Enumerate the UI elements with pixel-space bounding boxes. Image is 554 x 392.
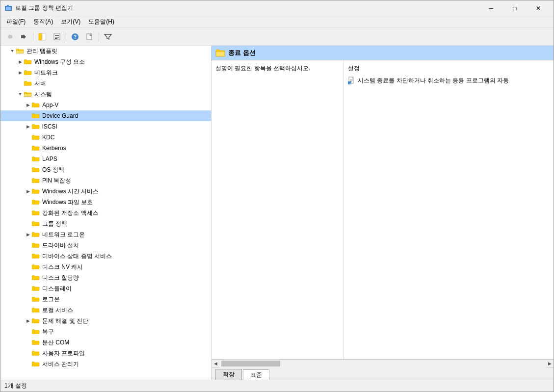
folder-icon-win-file-protect xyxy=(32,198,41,206)
tree-item-server[interactable]: 서버 xyxy=(0,78,211,89)
close-button[interactable]: ✕ xyxy=(527,1,550,16)
title-bar: 로컬 그룹 정책 편집기 ─ □ ✕ xyxy=(0,0,554,16)
menu-help[interactable]: 도움말(H) xyxy=(84,17,118,27)
tree-toggle-net-logon[interactable]: ▶ xyxy=(24,231,32,238)
h-scroll-right-btn[interactable]: ▶ xyxy=(546,360,554,367)
tree-item-troubleshoot[interactable]: ▶ 문제 해결 및 진단 xyxy=(0,315,211,326)
tree-toggle-network[interactable]: ▶ xyxy=(16,69,24,77)
tree-label-server: 서버 xyxy=(34,79,46,88)
svg-rect-3 xyxy=(10,35,12,38)
tree-toggle-admin-templates[interactable]: ▼ xyxy=(8,47,16,55)
toolbar-sep-2 xyxy=(66,32,66,42)
tree-label-disk-nv: 디스크 NV 캐시 xyxy=(42,263,83,271)
tree-toggle-windows-comp[interactable]: ▶ xyxy=(16,58,24,66)
folder-icon-windows-comp xyxy=(24,58,33,66)
svg-rect-2 xyxy=(7,5,9,6)
tree-label-device-guard: Device Guard xyxy=(42,112,78,119)
tree-label-local-service: 로컬 서비스 xyxy=(42,306,73,314)
tree-toggle-troubleshoot[interactable]: ▶ xyxy=(24,317,32,325)
tree-item-dcom[interactable]: 분산 COM xyxy=(0,337,211,348)
tree-item-disk-quota[interactable]: 디스크 할당량 xyxy=(0,272,211,283)
svg-text:?: ? xyxy=(74,34,77,40)
tree-item-os-policy[interactable]: OS 정책 xyxy=(0,164,211,175)
export-button[interactable] xyxy=(83,30,97,44)
tree-item-admin-templates[interactable]: ▼ 관리 템플릿 xyxy=(0,46,211,56)
folder-icon-app-v xyxy=(32,101,41,109)
tree-item-pin-complex[interactable]: PIN 복잡성 xyxy=(0,175,211,186)
folder-icon-device-health xyxy=(32,252,41,260)
tree-item-logon[interactable]: 로그온 xyxy=(0,294,211,305)
tab-standard[interactable]: 표준 xyxy=(243,369,269,380)
tree-item-service-mgr[interactable]: 서비스 관리기 xyxy=(0,359,211,369)
folder-icon-user-profile xyxy=(32,349,41,357)
tree-item-system[interactable]: ▼ 시스템 xyxy=(0,89,211,100)
minimize-button[interactable]: ─ xyxy=(480,1,502,16)
folder-icon-admin-templates xyxy=(16,47,25,55)
tree-toggle-app-v[interactable]: ▶ xyxy=(24,101,32,109)
tree-toggle-iscsi[interactable]: ▶ xyxy=(24,123,32,131)
tree-item-user-profile[interactable]: 사용자 프로파일 xyxy=(0,348,211,359)
tree-item-group-policy[interactable]: 그룹 정책 xyxy=(0,218,211,229)
tree-item-enhanced-storage[interactable]: 강화된 저장소 액세스 xyxy=(0,208,211,218)
tree-item-laps[interactable]: LAPS xyxy=(0,154,211,164)
h-scroll-left-btn[interactable]: ◀ xyxy=(211,360,219,367)
tree-item-iscsi[interactable]: ▶ iSCSI xyxy=(0,121,211,132)
tree-label-iscsi: iSCSI xyxy=(42,123,57,130)
desc-column-header: 설명이 필요한 항목을 선택하십시오. xyxy=(215,65,310,72)
folder-icon-display xyxy=(32,285,41,292)
tree-toggle-system[interactable]: ▼ xyxy=(16,90,24,98)
menu-view[interactable]: 보기(V) xyxy=(57,17,84,27)
svg-rect-9 xyxy=(55,37,59,38)
tree-item-disk-nv[interactable]: 디스크 NV 캐시 xyxy=(0,261,211,272)
tree-scroll[interactable]: ▼ 관리 템플릿 ▶ Windows 구성 요소 ▶ 네트워크 서버 ▼ xyxy=(0,46,211,380)
tree-item-local-service[interactable]: 로컬 서비스 xyxy=(0,305,211,315)
status-bar: 1개 설정 xyxy=(0,380,554,392)
folder-icon-pin-complex xyxy=(32,177,41,184)
tree-label-display: 디스플레이 xyxy=(42,285,72,293)
tree-item-device-guard[interactable]: Device Guard xyxy=(0,110,211,121)
menu-action[interactable]: 동작(A) xyxy=(29,17,57,27)
forward-button[interactable] xyxy=(17,30,31,44)
app-icon xyxy=(4,4,12,12)
tree-item-kerberos[interactable]: Kerberos xyxy=(0,143,211,154)
tree-item-device-health[interactable]: 디바이스 상태 증명 서비스 xyxy=(0,251,211,261)
tree-item-display[interactable]: 디스플레이 xyxy=(0,283,211,294)
show-hide-button[interactable] xyxy=(35,30,49,44)
tree-toggle-win-time[interactable]: ▶ xyxy=(24,187,32,195)
settings-column: 설정 ≡ xyxy=(344,60,554,359)
folder-icon-kdc xyxy=(32,133,41,141)
svg-rect-8 xyxy=(55,35,59,36)
tree-item-win-file-protect[interactable]: Windows 파일 보호 xyxy=(0,197,211,208)
maximize-button[interactable]: □ xyxy=(503,1,526,16)
folder-header-icon xyxy=(215,49,225,57)
tree-label-system: 시스템 xyxy=(34,90,52,99)
tree-label-service-mgr: 서비스 관리기 xyxy=(42,360,79,368)
tree-item-app-v[interactable]: ▶ App-V xyxy=(0,100,211,110)
folder-icon-win-time xyxy=(32,187,41,195)
properties-button[interactable] xyxy=(50,30,64,44)
tree-item-win-time[interactable]: ▶ Windows 시간 서비스 xyxy=(0,186,211,197)
tree-item-kdc[interactable]: KDC xyxy=(0,132,211,143)
tree-item-driver-install[interactable]: 드라이버 설치 xyxy=(0,240,211,251)
back-button[interactable] xyxy=(2,30,16,44)
h-scrollbar-thumb[interactable] xyxy=(221,361,280,366)
right-panel: 종료 옵션 설명이 필요한 항목을 선택하십시오. 설정 xyxy=(211,46,554,380)
settings-row-0[interactable]: ≡ 시스템 종료를 차단하거나 취소하는 응용 프로그램의 자동 xyxy=(348,76,550,86)
folder-icon-disk-quota xyxy=(32,274,41,282)
h-scrollbar[interactable] xyxy=(219,360,546,367)
menu-file[interactable]: 파일(F) xyxy=(2,17,29,27)
folder-icon-dcom xyxy=(32,339,41,346)
tree-item-network[interactable]: ▶ 네트워크 xyxy=(0,67,211,78)
tree-label-driver-install: 드라이버 설치 xyxy=(42,241,79,250)
tree-label-device-health: 디바이스 상태 증명 서비스 xyxy=(42,252,112,261)
right-content: 설명이 필요한 항목을 선택하십시오. 설정 xyxy=(211,60,554,359)
filter-button[interactable] xyxy=(101,30,115,44)
svg-rect-6 xyxy=(42,33,46,40)
tree-item-windows-comp[interactable]: ▶ Windows 구성 요소 xyxy=(0,56,211,67)
folder-icon-recovery xyxy=(32,328,41,336)
tree-item-net-logon[interactable]: ▶ 네트워크 로그온 xyxy=(0,229,211,240)
help-button[interactable]: ? xyxy=(68,30,82,44)
tree-label-app-v: App-V xyxy=(42,102,58,108)
tree-item-recovery[interactable]: 복구 xyxy=(0,326,211,337)
tab-extended[interactable]: 확장 xyxy=(215,369,242,380)
